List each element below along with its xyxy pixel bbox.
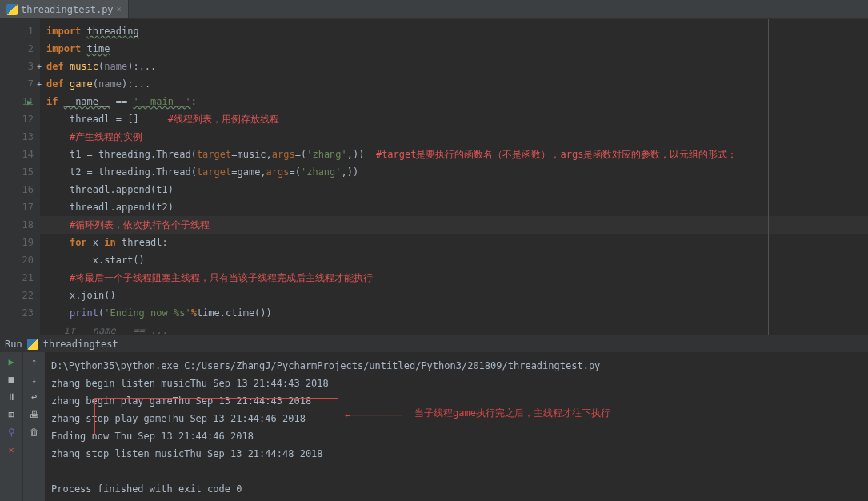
stop-icon[interactable]: ■ <box>5 373 18 386</box>
run-label: Run <box>5 339 22 350</box>
code-line: import threading <box>40 22 868 40</box>
line-number: 12 <box>0 110 40 128</box>
run-header: Run threadingtest <box>0 335 868 352</box>
run-panel: ▶ ■ ⏸ ⊞ ⚲ ✕ ↑ ↓ ↩ 🖶 🗑 D:\Python35\python… <box>0 352 868 501</box>
console-line: zhang stop listen musicThu Sep 13 21:44:… <box>51 445 862 463</box>
pause-icon[interactable]: ⏸ <box>5 391 18 403</box>
tab-bar: threadingtest.py × <box>0 0 868 19</box>
line-number: 3+ <box>0 58 40 75</box>
line-number: 18 <box>0 216 40 234</box>
layout-icon[interactable]: ⊞ <box>5 408 18 421</box>
line-number: 20 <box>0 251 40 269</box>
ruler <box>768 19 769 335</box>
code-line: def music(name):... <box>40 58 868 75</box>
breadcrumb-hint: if __name__ == ... <box>40 322 868 335</box>
python-icon <box>27 339 38 350</box>
wrap-icon[interactable]: ↩ <box>28 391 41 403</box>
code-line: if __name__ == '__main__': <box>40 93 868 110</box>
code-area[interactable]: import threading import time def music(n… <box>40 19 868 335</box>
console-output[interactable]: D:\Python35\python.exe C:/Users/ZhangJ/P… <box>45 352 868 501</box>
code-line: #循环列表，依次执行各个子线程 <box>40 216 868 234</box>
arrow-icon: ←───────── <box>345 410 402 421</box>
code-line: threadl.append(t1) <box>40 181 868 198</box>
line-number: 16 <box>0 181 40 198</box>
line-number: 17 <box>0 198 40 216</box>
trash-icon[interactable]: 🗑 <box>28 426 41 439</box>
tab-filename: threadingtest.py <box>21 4 114 15</box>
code-line: #将最后一个子线程阻塞主线程，只有当该子线程完成后主线程才能执行 <box>40 269 868 287</box>
code-line: t2 = threading.Thread(target=game,args=(… <box>40 163 868 181</box>
editor: 1 2 3+ 7+ ▶11 12 13 14 15 16 17 18 19 20… <box>0 19 868 335</box>
file-tab[interactable]: threadingtest.py × <box>0 0 129 18</box>
annotation-text: 当子线程game执行完之后，主线程才往下执行 <box>414 407 610 420</box>
code-line: x.join() <box>40 287 868 304</box>
rerun-icon[interactable]: ▶ <box>5 355 18 368</box>
python-icon <box>6 4 18 15</box>
line-number: 2 <box>0 40 40 58</box>
code-line: import time <box>40 40 868 58</box>
close-icon[interactable]: × <box>117 5 122 14</box>
code-line: #产生线程的实例 <box>40 128 868 146</box>
highlight-box <box>94 398 338 435</box>
run-toolbar2: ↑ ↓ ↩ 🖶 🗑 <box>22 352 45 501</box>
console-line: D:\Python35\python.exe C:/Users/ZhangJ/P… <box>51 357 862 375</box>
down-icon[interactable]: ↓ <box>28 373 41 386</box>
line-number: 22 <box>0 287 40 304</box>
run-toolbar: ▶ ■ ⏸ ⊞ ⚲ ✕ <box>0 352 22 501</box>
code-line: print('Ending now %s'%time.ctime()) <box>40 304 868 322</box>
code-line: for x in threadl: <box>40 234 868 251</box>
line-number: ▶11 <box>0 93 40 110</box>
line-number: 14 <box>0 146 40 163</box>
line-number: 19 <box>0 234 40 251</box>
line-number: 1 <box>0 22 40 40</box>
run-config: threadingtest <box>43 339 118 350</box>
code-line: t1 = threading.Thread(target=music,args=… <box>40 146 868 163</box>
line-number: 13 <box>0 128 40 146</box>
console-line: zhang begin listen musicThu Sep 13 21:44… <box>51 375 862 392</box>
dump-icon[interactable]: ⚲ <box>5 426 18 439</box>
line-number: 7+ <box>0 75 40 93</box>
run-marker-icon[interactable]: ▶ <box>27 98 32 106</box>
code-line: def game(name):... <box>40 75 868 93</box>
line-number: 21 <box>0 269 40 287</box>
up-icon[interactable]: ↑ <box>28 355 41 368</box>
line-number: 23 <box>0 304 40 322</box>
code-line: threadl = [] #线程列表，用例存放线程 <box>40 110 868 128</box>
code-line: threadl.append(t2) <box>40 198 868 216</box>
console-line <box>51 463 862 480</box>
console-line: Process finished with exit code 0 <box>51 480 862 498</box>
print-icon[interactable]: 🖶 <box>28 408 41 421</box>
close-icon[interactable]: ✕ <box>5 443 18 456</box>
gutter: 1 2 3+ 7+ ▶11 12 13 14 15 16 17 18 19 20… <box>0 19 40 335</box>
code-line: x.start() <box>40 251 868 269</box>
line-number: 15 <box>0 163 40 181</box>
